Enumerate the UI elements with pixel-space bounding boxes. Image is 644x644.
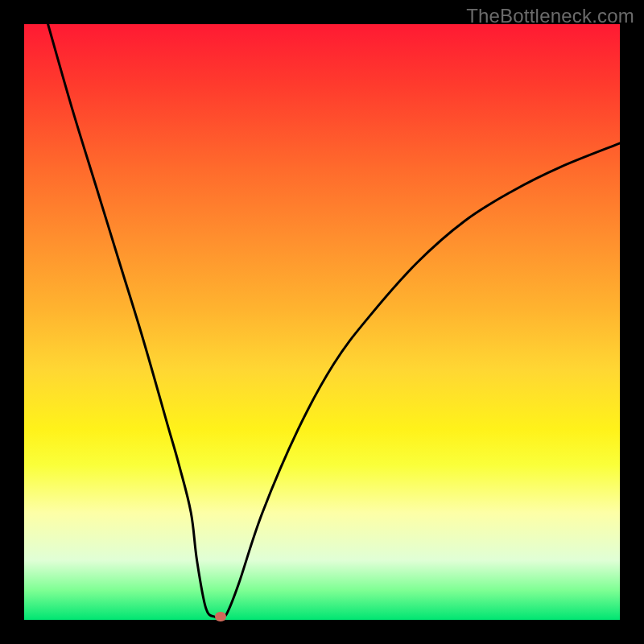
minimum-marker <box>215 612 226 621</box>
plot-area <box>24 24 620 620</box>
bottleneck-curve <box>24 24 620 620</box>
chart-frame: TheBottleneck.com <box>0 0 644 644</box>
watermark-label: TheBottleneck.com <box>466 5 634 27</box>
